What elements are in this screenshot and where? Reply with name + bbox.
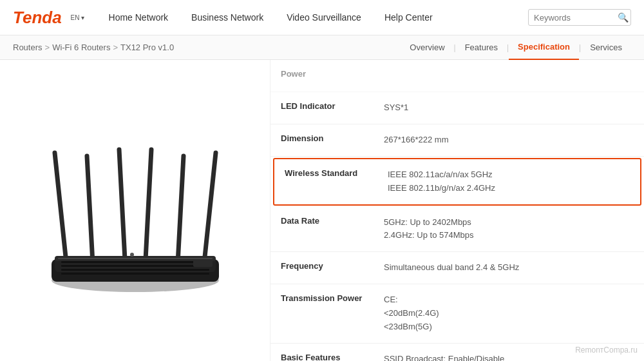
tab-nav: Overview | Features | Specification | Se… <box>401 35 631 60</box>
breadcrumb: Routers > Wi-Fi 6 Routers > TX12 Pro v1.… <box>13 43 174 52</box>
svg-rect-16 <box>193 259 213 267</box>
spec-value-frequency: Simultaneous dual band 2.4 & 5GHz <box>374 252 644 284</box>
svg-line-2 <box>119 150 126 272</box>
tab-features[interactable]: Features <box>456 35 507 60</box>
spec-label-dimension: Dimension <box>270 124 374 156</box>
svg-rect-10 <box>61 261 209 263</box>
router-svg <box>32 121 238 301</box>
svg-rect-13 <box>61 273 209 275</box>
tab-specification[interactable]: Specification <box>509 35 579 60</box>
svg-point-15 <box>130 253 134 257</box>
spec-value-datarate: 5GHz: Up to 2402Mbps 2.4GHz: Up to 574Mb… <box>374 207 644 252</box>
nav-business-network[interactable]: Business Network <box>180 0 275 35</box>
spec-label-wireless: Wireless Standard <box>274 159 377 204</box>
breadcrumb-sep-1: > <box>45 43 50 52</box>
spec-value-power <box>374 60 644 92</box>
spec-row-datarate: Data Rate 5GHz: Up to 2402Mbps 2.4GHz: U… <box>270 207 644 253</box>
spec-label-datarate: Data Rate <box>270 207 374 252</box>
search-icon[interactable]: 🔍 <box>618 12 629 23</box>
spec-label-power: Power <box>270 60 374 92</box>
nav-home-network[interactable]: Home Network <box>97 0 180 35</box>
breadcrumb-sep-2: > <box>113 43 118 52</box>
tab-overview[interactable]: Overview <box>401 35 453 60</box>
svg-line-3 <box>145 150 151 272</box>
spec-row-led: LED Indicator SYS*1 <box>270 92 644 124</box>
svg-rect-14 <box>58 258 213 259</box>
main-nav: Home Network Business Network Video Surv… <box>97 0 528 35</box>
nav-video-surveillance[interactable]: Video Surveillance <box>275 0 373 35</box>
spec-value-wireless: IEEE 802.11ac/a/n/ax 5GHz IEEE 802.11b/g… <box>377 159 640 204</box>
product-image-panel <box>0 60 270 361</box>
svg-rect-12 <box>61 269 209 271</box>
spec-label-txpower: Transmission Power <box>270 284 374 342</box>
breadcrumb-bar: Routers > Wi-Fi 6 Routers > TX12 Pro v1.… <box>0 35 644 60</box>
spec-row-wireless: Wireless Standard IEEE 802.11ac/a/n/ax 5… <box>273 158 641 206</box>
search-box: 🔍 <box>528 9 631 26</box>
breadcrumb-routers[interactable]: Routers <box>13 43 43 52</box>
header: Tenda EN ▾ Home Network Business Network… <box>0 0 644 35</box>
spec-label-basicfeatures: Basic Features <box>270 344 374 361</box>
main-content: Power LED Indicator SYS*1 Dimension 267*… <box>0 60 644 361</box>
breadcrumb-wifi6[interactable]: Wi-Fi 6 Routers <box>52 43 110 52</box>
nav-help-center[interactable]: Help Center <box>373 0 444 35</box>
spec-value-txpower: CE: <20dBm(2.4G) <23dBm(5G) <box>374 284 644 342</box>
spec-row-txpower: Transmission Power CE: <20dBm(2.4G) <23d… <box>270 284 644 343</box>
lang-selector[interactable]: EN ▾ <box>70 14 84 21</box>
router-image <box>32 121 238 301</box>
spec-row-dimension: Dimension 267*166*222 mm <box>270 124 644 157</box>
tab-services[interactable]: Services <box>581 35 631 60</box>
spec-row-frequency: Frequency Simultaneous dual band 2.4 & 5… <box>270 252 644 284</box>
search-input[interactable] <box>534 13 618 23</box>
spec-value-led: SYS*1 <box>374 92 644 124</box>
breadcrumb-current: TX12 Pro v1.0 <box>120 43 174 52</box>
spec-label-frequency: Frequency <box>270 252 374 284</box>
watermark: RemonтCompa.ru <box>575 346 638 355</box>
spec-label-led: LED Indicator <box>270 92 374 124</box>
spec-panel[interactable]: Power LED Indicator SYS*1 Dimension 267*… <box>270 60 644 361</box>
spec-row-power-partial: Power <box>270 60 644 92</box>
logo[interactable]: Tenda <box>13 8 62 28</box>
spec-value-dimension: 267*166*222 mm <box>374 124 644 156</box>
svg-rect-11 <box>61 265 209 267</box>
